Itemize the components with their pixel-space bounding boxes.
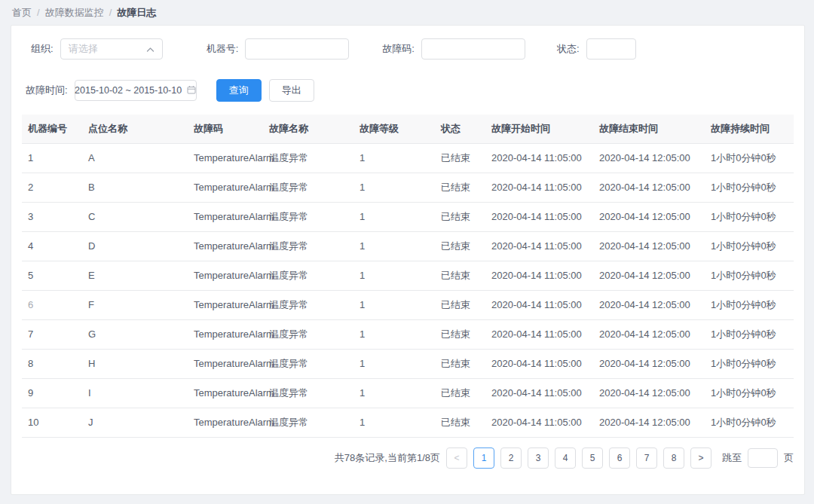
breadcrumb-separator: /: [109, 7, 112, 18]
page-button-2[interactable]: 2: [500, 447, 522, 469]
table-cell: 已结束: [435, 202, 485, 231]
table-row: 8HTemperatureAlarm温度异常1已结束2020-04-14 11:…: [22, 349, 794, 378]
table-row: 4DTemperatureAlarm温度异常1已结束2020-04-14 11:…: [22, 231, 794, 261]
table-cell: 2020-04-14 12:05:00: [593, 173, 705, 202]
fault-code-label: 故障码:: [382, 42, 415, 56]
table-cell: 2020-04-14 11:05:00: [485, 231, 593, 261]
table-cell: 已结束: [435, 290, 485, 319]
fault-time-label: 故障时间:: [26, 84, 68, 97]
table-cell: 2020-04-14 12:05:00: [593, 202, 705, 231]
table-cell: 1: [22, 143, 82, 173]
breadcrumb-item-fault-monitor[interactable]: 故障数据监控: [45, 6, 104, 20]
next-page-button[interactable]: >: [690, 447, 711, 469]
table-row: 5ETemperatureAlarm温度异常1已结束2020-04-14 11:…: [22, 261, 794, 290]
table-cell: 5: [22, 261, 82, 290]
page-button-7[interactable]: 7: [636, 447, 657, 469]
jump-prefix-label: 跳至: [722, 451, 742, 465]
fault-time-range-picker[interactable]: 2015-10-02 ~ 2015-10-10: [75, 80, 197, 101]
table-cell: 1小时0分钟0秒: [705, 261, 794, 290]
content-card: 组织: 请选择 机器号: 故障码: 状态: 故障时间: 2015-10-02 ~…: [11, 25, 805, 495]
filter-row-2: 故障时间: 2015-10-02 ~ 2015-10-10 查询 导出: [22, 79, 794, 102]
table-row: 6FTemperatureAlarm温度异常1已结束2020-04-14 11:…: [22, 290, 794, 319]
table-cell: TemperatureAlarm: [188, 173, 263, 202]
table-cell: C: [82, 202, 188, 231]
pagination: 共78条记录,当前第1/8页 <12345678> 跳至 页: [22, 447, 794, 469]
table-row: 1ATemperatureAlarm温度异常1已结束2020-04-14 11:…: [22, 143, 794, 173]
calendar-icon: [187, 85, 196, 96]
page-button-3[interactable]: 3: [528, 447, 549, 469]
table-cell: G: [82, 319, 188, 349]
page-button-1[interactable]: 1: [473, 447, 494, 469]
pagination-summary: 共78条记录,当前第1/8页: [335, 451, 440, 465]
table-cell: 温度异常: [263, 290, 353, 319]
table-cell: 2020-04-14 12:05:00: [593, 261, 705, 290]
table-cell: 4: [22, 231, 82, 261]
table-cell: 温度异常: [263, 261, 353, 290]
org-label: 组织:: [31, 42, 54, 56]
table-cell: TemperatureAlarm: [188, 349, 263, 378]
table-body: 1ATemperatureAlarm温度异常1已结束2020-04-14 11:…: [22, 143, 794, 437]
status-label: 状态:: [557, 42, 580, 56]
prev-page-button[interactable]: <: [446, 447, 467, 469]
table-cell: E: [82, 261, 188, 290]
column-header: 故障等级: [353, 115, 435, 143]
table-cell: F: [82, 290, 188, 319]
column-header: 机器编号: [22, 115, 82, 143]
table-cell: 已结束: [435, 173, 485, 202]
table-cell: TemperatureAlarm: [188, 319, 263, 349]
page-button-4[interactable]: 4: [555, 447, 576, 469]
table-cell: 1小时0分钟0秒: [705, 290, 794, 319]
table-cell: 1: [353, 231, 435, 261]
breadcrumb-separator: /: [37, 7, 40, 18]
date-range-value: 2015-10-02 ~ 2015-10-10: [75, 85, 182, 96]
page-button-6[interactable]: 6: [609, 447, 630, 469]
table-cell: 温度异常: [263, 143, 353, 173]
filter-row-1: 组织: 请选择 机器号: 故障码: 状态:: [22, 38, 794, 60]
table-cell: 9: [22, 378, 82, 408]
export-button[interactable]: 导出: [269, 79, 314, 102]
breadcrumb: 首页 / 故障数据监控 / 故障日志: [0, 0, 814, 25]
table-cell: 已结束: [435, 231, 485, 261]
table-row: 9ITemperatureAlarm温度异常1已结束2020-04-14 11:…: [22, 378, 794, 408]
chevron-up-icon: [146, 44, 155, 55]
table-cell: 2: [22, 173, 82, 202]
table-cell: 10: [22, 408, 82, 437]
table-cell: 温度异常: [263, 202, 353, 231]
table-cell: 2020-04-14 12:05:00: [593, 231, 705, 261]
page-jump: 跳至 页: [722, 448, 794, 468]
page-button-8[interactable]: 8: [663, 447, 684, 469]
table-cell: TemperatureAlarm: [188, 231, 263, 261]
fault-log-table: 机器编号点位名称故障码故障名称故障等级状态故障开始时间故障结束时间故障持续时间 …: [22, 115, 794, 438]
table-cell: J: [82, 408, 188, 437]
table-cell: 1小时0分钟0秒: [705, 173, 794, 202]
table-cell: 1: [353, 378, 435, 408]
column-header: 状态: [435, 115, 485, 143]
table-cell: 1: [353, 319, 435, 349]
org-select[interactable]: 请选择: [60, 38, 163, 60]
query-button[interactable]: 查询: [216, 79, 262, 102]
table-cell: 已结束: [435, 143, 485, 173]
table-cell: 1小时0分钟0秒: [705, 349, 794, 378]
table-cell: B: [82, 173, 188, 202]
column-header: 故障结束时间: [593, 115, 705, 143]
breadcrumb-item-fault-log: 故障日志: [117, 6, 156, 20]
table-cell: 已结束: [435, 319, 485, 349]
table-cell: 2020-04-14 11:05:00: [485, 319, 593, 349]
table-cell: 2020-04-14 11:05:00: [485, 349, 593, 378]
page-buttons: <12345678>: [446, 447, 711, 469]
table-cell: 1: [353, 408, 435, 437]
table-cell: 8: [22, 349, 82, 378]
machine-no-input[interactable]: [245, 38, 349, 60]
breadcrumb-item-home[interactable]: 首页: [12, 6, 32, 20]
table-cell: 温度异常: [263, 319, 353, 349]
table-cell: 温度异常: [263, 173, 353, 202]
table-cell: 1: [353, 202, 435, 231]
status-input[interactable]: [586, 38, 636, 60]
fault-code-input[interactable]: [421, 38, 525, 60]
table-cell: 7: [22, 319, 82, 349]
table-row: 3CTemperatureAlarm温度异常1已结束2020-04-14 11:…: [22, 202, 794, 231]
table-cell: 2020-04-14 11:05:00: [485, 202, 593, 231]
jump-page-input[interactable]: [748, 448, 778, 468]
page-button-5[interactable]: 5: [582, 447, 603, 469]
table-cell: 1: [353, 290, 435, 319]
